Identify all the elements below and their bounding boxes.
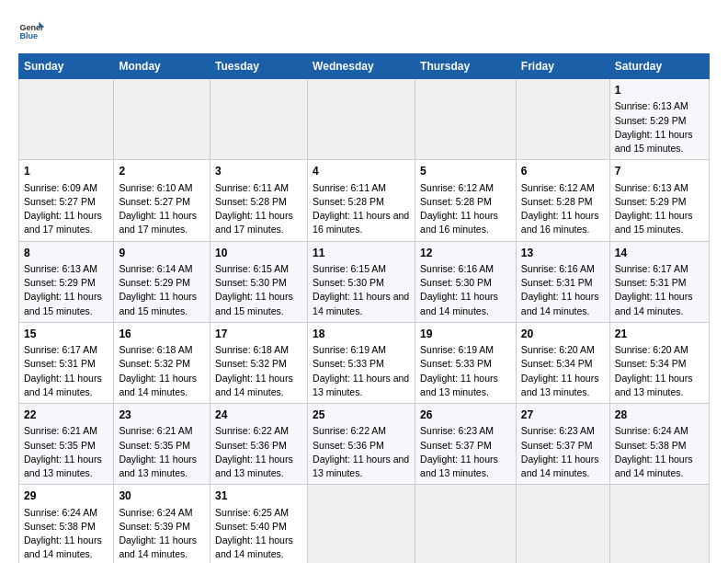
calendar-cell xyxy=(609,485,709,563)
sunset-label: Sunset: 5:38 PM xyxy=(615,440,687,451)
sunset-label: Sunset: 5:30 PM xyxy=(313,277,384,288)
sunset-label: Sunset: 5:33 PM xyxy=(313,358,384,369)
day-header-monday: Monday xyxy=(114,54,210,79)
sunrise-label: Sunrise: 6:18 AM xyxy=(119,344,192,355)
sunset-label: Sunset: 5:40 PM xyxy=(215,521,287,532)
calendar-cell: 7Sunrise: 6:13 AMSunset: 5:29 PMDaylight… xyxy=(609,160,709,241)
daylight-label: Daylight: 11 hours and 14 minutes. xyxy=(215,373,293,397)
sunset-label: Sunset: 5:29 PM xyxy=(24,277,96,288)
daylight-label: Daylight: 11 hours and 17 minutes. xyxy=(119,210,197,235)
calendar-cell: 20Sunrise: 6:20 AMSunset: 5:34 PMDayligh… xyxy=(516,322,609,403)
svg-text:Blue: Blue xyxy=(19,31,38,40)
calendar-cell: 1Sunrise: 6:09 AMSunset: 5:27 PMDaylight… xyxy=(19,160,114,241)
day-number: 1 xyxy=(24,164,108,179)
calendar-body: 1Sunrise: 6:13 AMSunset: 5:29 PMDaylight… xyxy=(19,79,710,564)
sunrise-label: Sunrise: 6:10 AM xyxy=(119,182,192,193)
day-number: 7 xyxy=(615,164,704,179)
sunset-label: Sunset: 5:33 PM xyxy=(420,358,492,369)
calendar-week-2: 1Sunrise: 6:09 AMSunset: 5:27 PMDaylight… xyxy=(19,160,710,241)
daylight-label: Daylight: 11 hours and 15 minutes. xyxy=(24,291,102,316)
sunset-label: Sunset: 5:30 PM xyxy=(420,277,492,288)
calendar-cell: 16Sunrise: 6:18 AMSunset: 5:32 PMDayligh… xyxy=(114,322,210,403)
sunset-label: Sunset: 5:35 PM xyxy=(119,440,190,451)
daylight-label: Daylight: 11 hours and 13 minutes. xyxy=(420,454,498,478)
sunrise-label: Sunrise: 6:20 AM xyxy=(521,344,595,355)
sunrise-label: Sunrise: 6:22 AM xyxy=(215,425,289,436)
day-number: 1 xyxy=(615,83,704,98)
calendar-cell: 17Sunrise: 6:18 AMSunset: 5:32 PMDayligh… xyxy=(210,322,308,403)
sunrise-label: Sunrise: 6:21 AM xyxy=(24,425,97,436)
daylight-label: Daylight: 11 hours and 14 minutes. xyxy=(24,534,102,559)
calendar-cell xyxy=(19,79,114,160)
day-number: 4 xyxy=(313,164,410,179)
day-number: 15 xyxy=(24,327,108,342)
calendar-cell: 23Sunrise: 6:21 AMSunset: 5:35 PMDayligh… xyxy=(114,404,210,485)
sunset-label: Sunset: 5:27 PM xyxy=(24,196,96,207)
day-number: 17 xyxy=(215,327,302,342)
sunset-label: Sunset: 5:28 PM xyxy=(521,196,593,207)
sunset-label: Sunset: 5:28 PM xyxy=(215,196,287,207)
calendar-table: SundayMondayTuesdayWednesdayThursdayFrid… xyxy=(18,53,710,563)
day-number: 31 xyxy=(215,488,302,504)
day-header-sunday: Sunday xyxy=(19,54,114,79)
sunrise-label: Sunrise: 6:19 AM xyxy=(420,344,494,355)
calendar-cell: 11Sunrise: 6:15 AMSunset: 5:30 PMDayligh… xyxy=(308,241,415,322)
calendar-cell: 13Sunrise: 6:16 AMSunset: 5:31 PMDayligh… xyxy=(516,241,609,322)
sunset-label: Sunset: 5:30 PM xyxy=(215,277,287,288)
sunrise-label: Sunrise: 6:13 AM xyxy=(615,182,688,193)
calendar-week-4: 15Sunrise: 6:17 AMSunset: 5:31 PMDayligh… xyxy=(19,322,710,403)
day-number: 29 xyxy=(24,488,108,504)
daylight-label: Daylight: 11 hours and 13 minutes. xyxy=(215,454,293,478)
daylight-label: Daylight: 11 hours and 14 minutes. xyxy=(119,373,197,397)
calendar-cell: 19Sunrise: 6:19 AMSunset: 5:33 PMDayligh… xyxy=(415,322,517,403)
day-number: 30 xyxy=(119,488,205,504)
calendar-cell xyxy=(415,485,517,563)
calendar-cell: 29Sunrise: 6:24 AMSunset: 5:38 PMDayligh… xyxy=(19,485,114,563)
daylight-label: Daylight: 11 hours and 14 minutes. xyxy=(215,534,293,559)
sunset-label: Sunset: 5:34 PM xyxy=(521,358,593,369)
day-header-wednesday: Wednesday xyxy=(308,54,415,79)
daylight-label: Daylight: 11 hours and 13 minutes. xyxy=(420,373,498,397)
calendar-cell xyxy=(114,79,210,160)
daylight-label: Daylight: 11 hours and 16 minutes. xyxy=(313,210,409,235)
calendar-week-6: 29Sunrise: 6:24 AMSunset: 5:38 PMDayligh… xyxy=(19,485,710,563)
daylight-label: Daylight: 11 hours and 13 minutes. xyxy=(24,454,102,478)
day-header-thursday: Thursday xyxy=(415,54,517,79)
calendar-cell xyxy=(516,79,609,160)
calendar-cell xyxy=(210,79,308,160)
calendar-cell: 2Sunrise: 6:10 AMSunset: 5:27 PMDaylight… xyxy=(114,160,210,241)
sunrise-label: Sunrise: 6:13 AM xyxy=(24,263,97,274)
sunset-label: Sunset: 5:36 PM xyxy=(215,440,287,451)
sunrise-label: Sunrise: 6:16 AM xyxy=(420,263,494,274)
sunset-label: Sunset: 5:37 PM xyxy=(420,440,492,451)
daylight-label: Daylight: 11 hours and 13 minutes. xyxy=(521,373,599,397)
calendar-cell: 15Sunrise: 6:17 AMSunset: 5:31 PMDayligh… xyxy=(19,322,114,403)
daylight-label: Daylight: 11 hours and 14 minutes. xyxy=(615,291,693,316)
day-number: 12 xyxy=(420,246,511,261)
calendar-cell: 6Sunrise: 6:12 AMSunset: 5:28 PMDaylight… xyxy=(516,160,609,241)
sunset-label: Sunset: 5:31 PM xyxy=(24,358,96,369)
calendar-cell: 3Sunrise: 6:11 AMSunset: 5:28 PMDaylight… xyxy=(210,160,308,241)
daylight-label: Daylight: 11 hours and 15 minutes. xyxy=(119,291,197,316)
daylight-label: Daylight: 11 hours and 14 minutes. xyxy=(521,454,599,478)
calendar-cell: 4Sunrise: 6:11 AMSunset: 5:28 PMDaylight… xyxy=(308,160,415,241)
sunrise-label: Sunrise: 6:24 AM xyxy=(24,507,97,518)
calendar-cell xyxy=(516,485,609,563)
day-number: 22 xyxy=(24,408,108,423)
sunset-label: Sunset: 5:29 PM xyxy=(615,196,687,207)
sunrise-label: Sunrise: 6:23 AM xyxy=(521,425,595,436)
calendar-cell: 5Sunrise: 6:12 AMSunset: 5:28 PMDaylight… xyxy=(415,160,517,241)
sunset-label: Sunset: 5:28 PM xyxy=(313,196,384,207)
logo-icon: General Blue xyxy=(18,18,44,44)
daylight-label: Daylight: 11 hours and 14 minutes. xyxy=(313,291,409,316)
calendar-cell: 12Sunrise: 6:16 AMSunset: 5:30 PMDayligh… xyxy=(415,241,517,322)
day-number: 16 xyxy=(119,327,205,342)
daylight-label: Daylight: 11 hours and 16 minutes. xyxy=(521,210,599,235)
calendar-cell: 31Sunrise: 6:25 AMSunset: 5:40 PMDayligh… xyxy=(210,485,308,563)
daylight-label: Daylight: 11 hours and 16 minutes. xyxy=(420,210,498,235)
sunset-label: Sunset: 5:37 PM xyxy=(521,440,593,451)
sunrise-label: Sunrise: 6:09 AM xyxy=(24,182,97,193)
day-header-tuesday: Tuesday xyxy=(210,54,308,79)
calendar-cell: 24Sunrise: 6:22 AMSunset: 5:36 PMDayligh… xyxy=(210,404,308,485)
sunrise-label: Sunrise: 6:16 AM xyxy=(521,263,595,274)
